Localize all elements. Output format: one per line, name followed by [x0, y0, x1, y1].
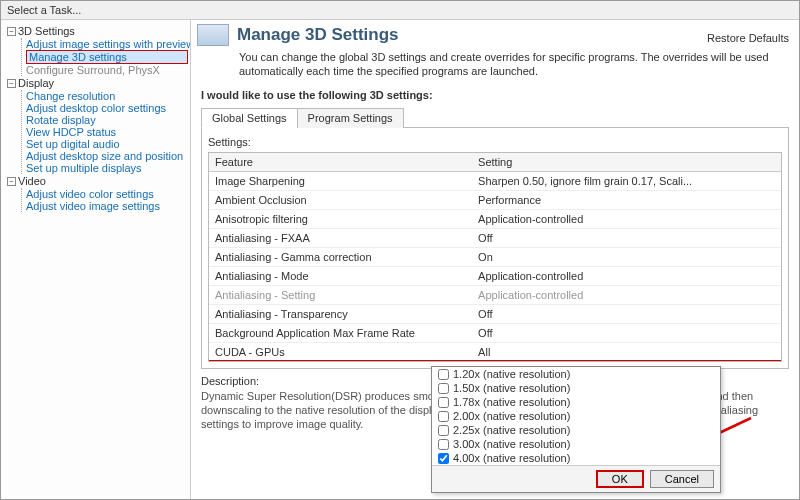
settings-legend: I would like to use the following 3D set…	[201, 85, 789, 105]
dropdown-option[interactable]: 4.00x (native resolution)	[432, 451, 720, 465]
main-panel: Manage 3D Settings Restore Defaults You …	[191, 20, 799, 499]
sidebar-tree: −3D SettingsAdjust image settings with p…	[1, 20, 191, 499]
cell-setting[interactable]: Application-controlled	[472, 209, 781, 228]
sidebar-item[interactable]: Change resolution	[26, 90, 188, 102]
cell-setting[interactable]: Off	[472, 323, 781, 342]
dropdown-option-label: 3.00x (native resolution)	[453, 438, 570, 450]
dsr-factors-dropdown[interactable]: 1.20x (native resolution)1.50x (native r…	[431, 366, 721, 493]
ok-button[interactable]: OK	[596, 470, 644, 488]
cell-setting[interactable]: Sharpen 0.50, ignore film grain 0.17, Sc…	[472, 171, 781, 190]
table-row[interactable]: Ambient OcclusionPerformance	[209, 190, 781, 209]
cell-feature: Ambient Occlusion	[209, 190, 472, 209]
tab[interactable]: Global Settings	[201, 108, 298, 128]
restore-defaults-link[interactable]: Restore Defaults	[707, 32, 789, 44]
table-row[interactable]: Antialiasing - Gamma correctionOn	[209, 247, 781, 266]
tree-toggle-icon[interactable]: −	[7, 27, 16, 36]
col-setting[interactable]: Setting	[472, 153, 781, 172]
checkbox[interactable]	[438, 383, 449, 394]
tabs: Global SettingsProgram Settings	[201, 107, 789, 128]
cell-setting[interactable]: On	[472, 247, 781, 266]
dropdown-option-label: 2.25x (native resolution)	[453, 424, 570, 436]
cell-setting[interactable]: Off	[472, 304, 781, 323]
cell-feature: CUDA - GPUs	[209, 342, 472, 361]
table-row[interactable]: Background Application Max Frame RateOff	[209, 323, 781, 342]
table-row[interactable]: Antialiasing - SettingApplication-contro…	[209, 285, 781, 304]
tab[interactable]: Program Settings	[297, 108, 404, 128]
cell-setting[interactable]: All	[472, 342, 781, 361]
sidebar-item[interactable]: Manage 3D settings	[26, 50, 188, 64]
cancel-button[interactable]: Cancel	[650, 470, 714, 488]
cell-feature: Anisotropic filtering	[209, 209, 472, 228]
checkbox[interactable]	[438, 397, 449, 408]
dropdown-option[interactable]: 1.50x (native resolution)	[432, 381, 720, 395]
table-row[interactable]: Image SharpeningSharpen 0.50, ignore fil…	[209, 171, 781, 190]
checkbox[interactable]	[438, 411, 449, 422]
tree-group-label: 3D Settings	[18, 25, 75, 37]
dropdown-option-label: 4.00x (native resolution)	[453, 452, 570, 464]
nvidia-logo-icon	[197, 24, 229, 46]
global-settings-panel: Settings: Feature Setting Image Sharpeni…	[201, 128, 789, 369]
dropdown-option[interactable]: 2.25x (native resolution)	[432, 423, 720, 437]
cell-feature: Antialiasing - FXAA	[209, 228, 472, 247]
sidebar-item[interactable]: Adjust desktop color settings	[26, 102, 188, 114]
sidebar-item[interactable]: Adjust video color settings	[26, 188, 188, 200]
table-row[interactable]: Anisotropic filteringApplication-control…	[209, 209, 781, 228]
cell-feature: Antialiasing - Transparency	[209, 304, 472, 323]
table-row[interactable]: Antialiasing - FXAAOff	[209, 228, 781, 247]
table-row[interactable]: Antialiasing - TransparencyOff	[209, 304, 781, 323]
sidebar-item[interactable]: Adjust desktop size and position	[26, 150, 188, 162]
checkbox[interactable]	[438, 453, 449, 464]
dropdown-option-label: 1.50x (native resolution)	[453, 382, 570, 394]
settings-label: Settings:	[208, 136, 782, 148]
checkbox[interactable]	[438, 425, 449, 436]
cell-feature: Background Application Max Frame Rate	[209, 323, 472, 342]
cell-setting[interactable]: Performance	[472, 190, 781, 209]
task-header: Select a Task...	[1, 1, 799, 20]
sidebar-item[interactable]: Adjust video image settings	[26, 200, 188, 212]
sidebar-item[interactable]: Set up multiple displays	[26, 162, 188, 174]
intro-text: You can change the global 3D settings an…	[191, 48, 799, 85]
cell-setting[interactable]: Off	[472, 228, 781, 247]
settings-grid[interactable]: Feature Setting Image SharpeningSharpen …	[208, 152, 782, 362]
tree-group-label: Display	[18, 77, 54, 89]
checkbox[interactable]	[438, 369, 449, 380]
table-row[interactable]: CUDA - GPUsAll	[209, 342, 781, 361]
tree-group-label: Video	[18, 175, 46, 187]
tree-toggle-icon[interactable]: −	[7, 79, 16, 88]
sidebar-item[interactable]: Rotate display	[26, 114, 188, 126]
dropdown-option-label: 1.78x (native resolution)	[453, 396, 570, 408]
cell-feature: Antialiasing - Mode	[209, 266, 472, 285]
checkbox[interactable]	[438, 439, 449, 450]
control-panel-window: Select a Task... −3D SettingsAdjust imag…	[0, 0, 800, 500]
dropdown-option-label: 1.20x (native resolution)	[453, 368, 570, 380]
dropdown-option[interactable]: 3.00x (native resolution)	[432, 437, 720, 451]
col-feature[interactable]: Feature	[209, 153, 472, 172]
sidebar-item[interactable]: Adjust image settings with preview	[26, 38, 188, 50]
dropdown-option[interactable]: 2.00x (native resolution)	[432, 409, 720, 423]
cell-setting[interactable]: Application-controlled	[472, 285, 781, 304]
cell-feature: Image Sharpening	[209, 171, 472, 190]
cell-feature: Antialiasing - Setting	[209, 285, 472, 304]
dropdown-option[interactable]: 1.78x (native resolution)	[432, 395, 720, 409]
dropdown-option-label: 2.00x (native resolution)	[453, 410, 570, 422]
sidebar-item[interactable]: View HDCP status	[26, 126, 188, 138]
sidebar-item: Configure Surround, PhysX	[26, 64, 188, 76]
tree-toggle-icon[interactable]: −	[7, 177, 16, 186]
page-title: Manage 3D Settings	[237, 25, 699, 45]
sidebar-item[interactable]: Set up digital audio	[26, 138, 188, 150]
table-row[interactable]: Antialiasing - ModeApplication-controlle…	[209, 266, 781, 285]
cell-setting[interactable]: Application-controlled	[472, 266, 781, 285]
cell-feature: Antialiasing - Gamma correction	[209, 247, 472, 266]
dropdown-option[interactable]: 1.20x (native resolution)	[432, 367, 720, 381]
